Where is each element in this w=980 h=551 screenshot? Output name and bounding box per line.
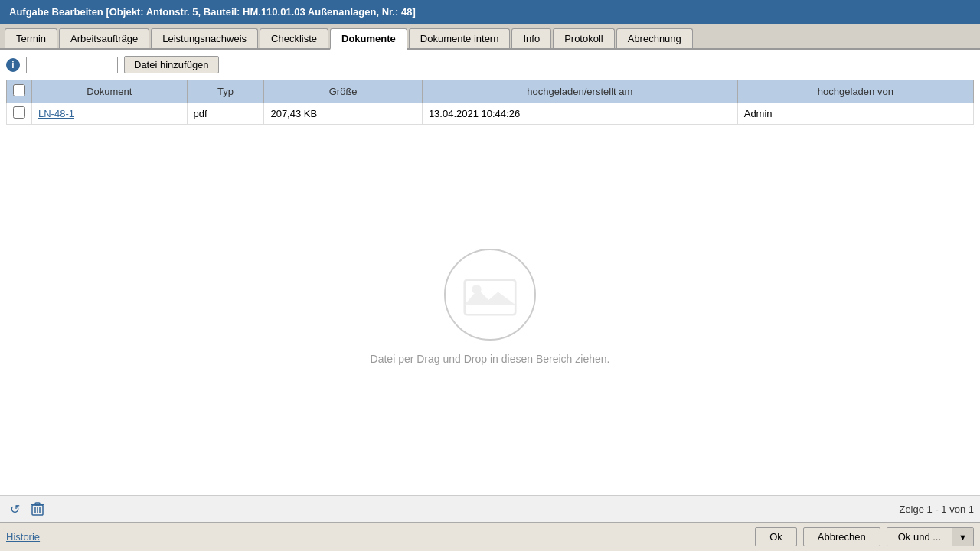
tab-arbeitsauftraege[interactable]: Arbeitsaufträge <box>59 28 149 48</box>
tab-protokoll[interactable]: Protokoll <box>553 28 615 48</box>
tab-bar: TerminArbeitsaufträgeLeistungsnachweisCh… <box>0 24 980 50</box>
tab-info[interactable]: Info <box>511 28 551 48</box>
cell-typ-0: pdf <box>187 103 264 125</box>
ok-button[interactable]: Ok <box>755 527 797 546</box>
select-all-checkbox[interactable] <box>13 84 25 96</box>
cell-hochgeladen_am-0: 13.04.2021 10:44:26 <box>422 103 737 125</box>
refresh-icon[interactable]: ↺ <box>6 500 23 517</box>
delete-icon[interactable] <box>29 500 46 517</box>
tab-leistungsnachweis[interactable]: Leistungsnachweis <box>151 28 258 48</box>
tab-dokumente-intern[interactable]: Dokumente intern <box>409 28 511 48</box>
svg-rect-8 <box>35 503 40 505</box>
ok-and-button-main[interactable]: Ok und ... <box>887 528 952 546</box>
toolbar: i Datei hinzufügen <box>6 56 974 73</box>
col-header-groesse: Größe <box>264 80 422 103</box>
table-header-row: Dokument Typ Größe hochgeladen/erstellt … <box>7 80 974 103</box>
tab-checkliste[interactable]: Checkliste <box>260 28 328 48</box>
cell-groesse-0: 207,43 KB <box>264 103 422 125</box>
cell-hochgeladen_von-0: Admin <box>737 103 973 125</box>
drop-zone: Datei per Drag und Drop in diesen Bereic… <box>6 125 974 489</box>
document-link-0[interactable]: LN-48-1 <box>38 108 74 119</box>
search-input[interactable] <box>26 57 118 73</box>
svg-point-2 <box>472 285 481 294</box>
footer-bar: Historie Ok Abbrechen Ok und ... ▼ <box>0 522 980 551</box>
status-bar: ↺ Zeige 1 - 1 von 1 <box>0 495 980 522</box>
col-header-typ: Typ <box>187 80 264 103</box>
table-row: LN-48-1pdf207,43 KB13.04.2021 10:44:26Ad… <box>7 103 974 125</box>
row-checkbox-0[interactable] <box>13 106 25 119</box>
col-header-dokument: Dokument <box>32 80 188 103</box>
title-text: Aufgabe Bearbeiten [Objekt: Antonstr. 5,… <box>9 6 416 18</box>
tab-termin[interactable]: Termin <box>5 28 57 48</box>
table-body: LN-48-1pdf207,43 KB13.04.2021 10:44:26Ad… <box>7 103 974 125</box>
pagination-text: Zeige 1 - 1 von 1 <box>899 504 974 515</box>
tab-dokumente[interactable]: Dokumente <box>330 28 407 50</box>
image-placeholder-icon <box>463 272 517 318</box>
tab-abrechnung[interactable]: Abrechnung <box>616 28 693 48</box>
ok-and-button-arrow[interactable]: ▼ <box>952 528 973 546</box>
ok-and-split-button: Ok und ... ▼ <box>887 527 974 546</box>
main-content: i Datei hinzufügen Dokument Typ Größe ho… <box>0 50 980 495</box>
add-file-button[interactable]: Datei hinzufügen <box>124 56 219 73</box>
col-header-checkbox <box>7 80 32 103</box>
drop-icon-circle <box>444 249 536 341</box>
documents-table: Dokument Typ Größe hochgeladen/erstellt … <box>6 80 974 125</box>
title-bar: Aufgabe Bearbeiten [Objekt: Antonstr. 5,… <box>0 0 980 24</box>
info-icon[interactable]: i <box>6 58 20 72</box>
svg-marker-1 <box>465 289 516 305</box>
cancel-button[interactable]: Abbrechen <box>803 527 880 546</box>
drop-zone-text: Datei per Drag und Drop in diesen Bereic… <box>371 353 610 365</box>
col-header-hochgeladen-von: hochgeladen von <box>737 80 973 103</box>
history-link[interactable]: Historie <box>6 531 40 543</box>
col-header-hochgeladen-am: hochgeladen/erstellt am <box>422 80 737 103</box>
